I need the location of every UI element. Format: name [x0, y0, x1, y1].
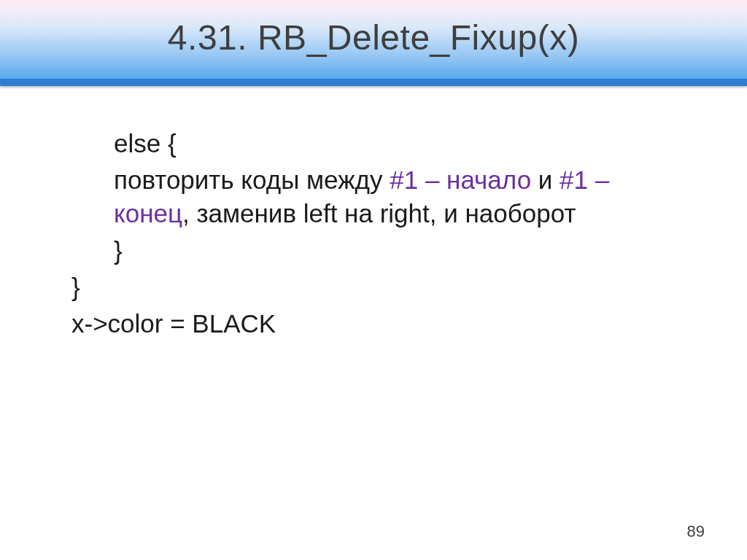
code-text: повторить коды между [114, 166, 390, 194]
code-line-else: else { [114, 127, 676, 160]
page-number: 89 [687, 522, 705, 541]
slide-title: 4.31. RB_Delete_Fixup(x) [0, 0, 747, 58]
slide-body: else { повторить коды между #1 – начало … [0, 86, 747, 341]
title-divider [0, 79, 747, 86]
code-text: и [531, 166, 560, 194]
code-line-repeat: повторить коды между #1 – начало и #1 – … [114, 163, 676, 230]
code-line-close-outer: } [71, 271, 676, 304]
code-line-color: x->color = BLACK [71, 307, 676, 341]
title-band: 4.31. RB_Delete_Fixup(x) [0, 0, 747, 79]
slide: 4.31. RB_Delete_Fixup(x) else { повторит… [0, 0, 747, 560]
code-line-close-inner: } [114, 234, 676, 268]
code-marker-start: #1 – начало [390, 166, 531, 194]
code-text: , заменив left на right, и наоборот [182, 199, 576, 228]
